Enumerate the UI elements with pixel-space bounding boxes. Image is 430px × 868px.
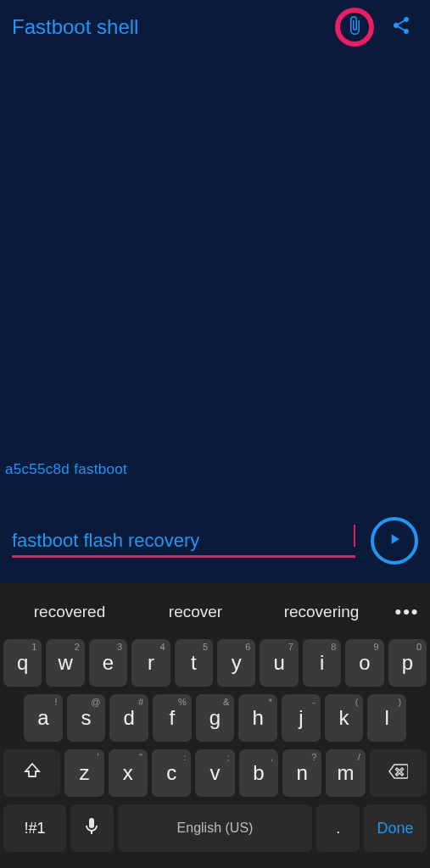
shift-key[interactable] bbox=[3, 749, 60, 797]
key-r[interactable]: r4 bbox=[131, 639, 170, 687]
run-button[interactable] bbox=[371, 517, 418, 565]
key-v[interactable]: v; bbox=[195, 749, 234, 797]
key-sublabel: # bbox=[138, 697, 143, 707]
shift-icon bbox=[22, 761, 42, 786]
share-icon bbox=[391, 15, 411, 39]
key-sublabel: 9 bbox=[374, 642, 379, 652]
key-sublabel: 7 bbox=[288, 642, 293, 652]
key-sublabel: 3 bbox=[117, 642, 122, 652]
key-sublabel: : bbox=[183, 752, 186, 762]
key-a[interactable]: a! bbox=[24, 694, 63, 742]
key-l[interactable]: l) bbox=[367, 694, 406, 742]
key-sublabel: 4 bbox=[160, 642, 165, 652]
command-input[interactable]: fastboot flash recovery bbox=[12, 525, 355, 558]
keyboard-rows: q1w2e3r4t5y6u7i8o9p0 a!s@d#f%g&h*j-k(l) … bbox=[0, 634, 430, 868]
spacebar-key[interactable]: English (US) bbox=[118, 804, 312, 852]
key-sublabel: / bbox=[358, 752, 360, 762]
key-j[interactable]: j- bbox=[282, 694, 321, 742]
key-g[interactable]: g& bbox=[196, 694, 235, 742]
suggestion-1[interactable]: recovered bbox=[6, 593, 133, 631]
key-sublabel: ! bbox=[55, 697, 58, 707]
key-x[interactable]: x" bbox=[109, 749, 148, 797]
symbols-key[interactable]: !#1 bbox=[3, 804, 66, 852]
key-sublabel: ) bbox=[398, 697, 401, 707]
keyboard-row-1: q1w2e3r4t5y6u7i8o9p0 bbox=[3, 639, 427, 687]
key-i[interactable]: i8 bbox=[303, 639, 341, 687]
key-sublabel: & bbox=[223, 697, 229, 707]
key-sublabel: - bbox=[312, 697, 316, 707]
key-sublabel: ' bbox=[97, 752, 98, 762]
app-header: Fastboot shell bbox=[0, 0, 430, 54]
device-status-line: a5c55c8d fastboot bbox=[5, 461, 425, 478]
key-t[interactable]: t5 bbox=[175, 639, 213, 687]
command-text: fastboot flash recovery bbox=[12, 530, 353, 552]
key-sublabel: @ bbox=[91, 697, 100, 707]
key-d[interactable]: d# bbox=[109, 694, 148, 742]
keyboard-row-2: a!s@d#f%g&h*j-k(l) bbox=[3, 694, 427, 742]
key-e[interactable]: e3 bbox=[89, 639, 127, 687]
key-sublabel: ; bbox=[227, 752, 230, 762]
key-sublabel: " bbox=[139, 752, 142, 762]
backspace-icon bbox=[388, 761, 408, 786]
paperclip-icon bbox=[344, 15, 365, 39]
key-z[interactable]: z' bbox=[64, 749, 103, 797]
key-sublabel: * bbox=[269, 697, 272, 707]
key-h[interactable]: h* bbox=[238, 694, 277, 742]
key-sublabel: 2 bbox=[75, 642, 80, 652]
suggestion-bar: recovered recover recovering ••• bbox=[0, 590, 430, 634]
voice-input-key[interactable] bbox=[70, 804, 114, 852]
ellipsis-icon: ••• bbox=[394, 601, 419, 622]
backspace-key[interactable] bbox=[370, 749, 427, 797]
more-suggestions-button[interactable]: ••• bbox=[388, 601, 427, 623]
key-sublabel: % bbox=[178, 697, 187, 707]
terminal-output[interactable]: a5c55c8d fastboot bbox=[0, 54, 430, 517]
key-sublabel: 1 bbox=[31, 642, 36, 652]
keyboard-row-4: !#1 English (US) . Done bbox=[3, 804, 427, 852]
microphone-icon bbox=[81, 816, 102, 841]
key-m[interactable]: m/ bbox=[326, 749, 365, 797]
share-button[interactable] bbox=[384, 10, 418, 44]
keyboard-row-3: z'x"c:v;b,n?m/ bbox=[3, 749, 427, 797]
key-q[interactable]: q1 bbox=[3, 639, 42, 687]
soft-keyboard: recovered recover recovering ••• q1w2e3r… bbox=[0, 583, 430, 868]
key-u[interactable]: u7 bbox=[260, 639, 298, 687]
key-sublabel: 8 bbox=[331, 642, 336, 652]
command-input-row: fastboot flash recovery bbox=[0, 517, 430, 583]
key-sublabel: 6 bbox=[245, 642, 250, 652]
suggestion-2[interactable]: recover bbox=[138, 593, 253, 631]
play-icon bbox=[386, 531, 403, 551]
key-sublabel: 5 bbox=[203, 642, 208, 652]
key-sublabel: ? bbox=[311, 752, 316, 762]
key-s[interactable]: s@ bbox=[67, 694, 106, 742]
key-c[interactable]: c: bbox=[152, 749, 191, 797]
key-p[interactable]: p0 bbox=[388, 639, 427, 687]
key-y[interactable]: y6 bbox=[217, 639, 255, 687]
key-sublabel: ( bbox=[355, 697, 359, 707]
key-o[interactable]: o9 bbox=[345, 639, 383, 687]
period-key[interactable]: . bbox=[316, 804, 360, 852]
key-k[interactable]: k( bbox=[325, 694, 364, 742]
key-b[interactable]: b, bbox=[239, 749, 278, 797]
key-w[interactable]: w2 bbox=[46, 639, 84, 687]
key-sublabel: 0 bbox=[416, 642, 422, 652]
attach-button[interactable] bbox=[335, 8, 374, 47]
suggestion-3[interactable]: recovering bbox=[258, 593, 385, 631]
key-n[interactable]: n? bbox=[282, 749, 321, 797]
key-f[interactable]: f% bbox=[153, 694, 192, 742]
text-cursor bbox=[354, 525, 355, 547]
done-key[interactable]: Done bbox=[364, 804, 427, 852]
key-sublabel: , bbox=[271, 752, 273, 762]
app-title: Fastboot shell bbox=[12, 15, 325, 39]
